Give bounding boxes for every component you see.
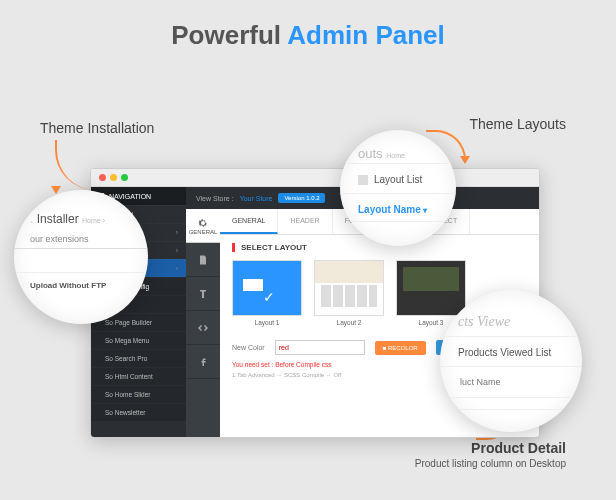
tab-general[interactable]: GENERAL [220, 209, 278, 234]
rail-pages[interactable] [186, 243, 220, 277]
store-link[interactable]: Your Store [240, 195, 273, 202]
new-color-label: New Color [232, 344, 265, 351]
page-title: Powerful Admin Panel [0, 0, 616, 51]
maximize-icon[interactable] [121, 174, 128, 181]
product-name-cell: luct Name [440, 367, 582, 398]
document-icon [197, 254, 209, 266]
layout-option-2[interactable]: Layout 2 [314, 260, 384, 326]
products-viewed-list-title: Products Viewed List [440, 337, 582, 367]
font-icon [197, 288, 209, 300]
callout-products-viewed: cts Viewe Products Viewed List luct Name [440, 290, 582, 432]
sidebar-item-home-slider[interactable]: So Home Slider [91, 385, 186, 403]
layout-label: Layout 2 [314, 316, 384, 326]
layout-option-1[interactable]: ✓ Layout 1 [232, 260, 302, 326]
annotation-layouts: Theme Layouts [470, 116, 567, 132]
version-badge: Version 1.0.2 [278, 193, 325, 203]
facebook-icon [197, 356, 209, 368]
sidebar-item-mega-menu[interactable]: So Mega Menu [91, 331, 186, 349]
rail-social[interactable] [186, 345, 220, 379]
installer-upload-label: Upload Without FTP [14, 273, 148, 298]
code-icon [197, 322, 209, 334]
gear-icon [197, 217, 209, 229]
rail-custom[interactable] [186, 311, 220, 345]
square-icon [358, 175, 368, 185]
layout-label: Layout 1 [232, 316, 302, 326]
minimize-icon[interactable] [110, 174, 117, 181]
layout-name-sort[interactable]: Layout Name [340, 194, 456, 221]
window-titlebar [91, 169, 539, 187]
section-rail: GENERAL [186, 209, 220, 437]
arrow-icon [55, 140, 95, 190]
callout-installer: . Installer Home › our extensions Upload… [14, 190, 148, 324]
sidebar-item-search-pro[interactable]: So Search Pro [91, 349, 186, 367]
section-select-layout: SELECT LAYOUT [232, 243, 527, 252]
annotation-detail: Product Detail [471, 440, 566, 456]
annotation-detail-sub: Product listing column on Desktop [415, 458, 566, 469]
layout-list-title: Layout List [374, 174, 422, 185]
callout-crumb-frag: outs [358, 146, 383, 161]
installer-subtext: our extensions [14, 230, 148, 249]
sidebar-item-html-content[interactable]: So Html Content [91, 367, 186, 385]
sidebar-item-newsletter[interactable]: So Newsletter [91, 403, 186, 421]
rail-general[interactable]: GENERAL [186, 209, 220, 243]
annotation-installation: Theme Installation [40, 120, 154, 136]
check-icon: ✓ [263, 289, 275, 305]
callout-layouts: outs Home Layout List Layout Name [340, 130, 456, 246]
callout-header-frag: cts Viewe [440, 312, 582, 337]
callout-home: Home [386, 152, 405, 159]
recolor-button[interactable]: ■ RECOLOR [375, 341, 426, 355]
close-icon[interactable] [99, 174, 106, 181]
color-input[interactable] [275, 340, 365, 355]
installer-title: . Installer Home › [14, 208, 148, 230]
tab-header[interactable]: HEADER [278, 209, 332, 234]
rail-fonts[interactable] [186, 277, 220, 311]
